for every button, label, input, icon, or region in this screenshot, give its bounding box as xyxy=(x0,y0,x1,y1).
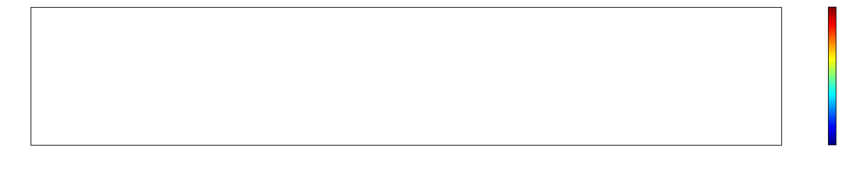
colorbar-gradient xyxy=(828,7,836,145)
y-axis-label xyxy=(6,69,15,84)
spectrogram-figure xyxy=(0,0,868,186)
spectrogram-canvas xyxy=(31,8,781,145)
